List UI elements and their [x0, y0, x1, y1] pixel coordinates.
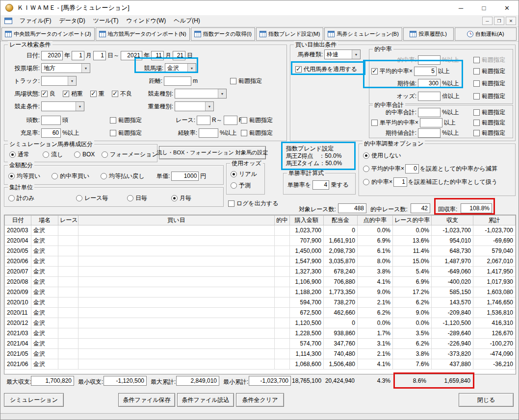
- sim-box-radio[interactable]: BOX: [74, 151, 95, 158]
- agg-month-radio[interactable]: 月毎: [171, 194, 191, 202]
- table-row[interactable]: 2020/05金沢1,450,0002,098,7306.1%11.4%648,…: [5, 246, 516, 256]
- table-row[interactable]: 2020/12金沢1,120,50000.0%0.0%-1,120,500416…: [5, 318, 516, 328]
- column-header[interactable]: 累計: [473, 216, 516, 225]
- title-bar[interactable]: ＫＩＷＡＭＥ - [馬券シミュレーション] ─ □ ✕: [0, 0, 519, 15]
- index-data-button[interactable]: 指数データの取得(I): [191, 27, 255, 41]
- table-row[interactable]: 2020/08金沢1,106,900706,8804.1%6.9%-400,02…: [5, 277, 516, 287]
- hit-rate-input[interactable]: [418, 55, 441, 65]
- menu-item-file[interactable]: ファイル(F): [16, 15, 55, 26]
- ticket-type-select[interactable]: 枠連: [324, 49, 361, 59]
- table-row[interactable]: 2021/06金沢1,068,6001,506,4804.1%7.6%437,8…: [5, 359, 516, 370]
- mdi-close-icon[interactable]: ✕: [506, 17, 516, 25]
- expected-total-input[interactable]: [418, 128, 441, 138]
- odds-input[interactable]: [418, 92, 441, 101]
- adjust-avg-input[interactable]: [405, 164, 419, 173]
- load-conditions-button[interactable]: 条件ファイル読込: [177, 393, 234, 407]
- column-header[interactable]: レース的中率: [393, 216, 432, 225]
- target-horse-settings-button[interactable]: 流し・BOX・フォーメーション 対象馬の設定: [159, 146, 266, 159]
- track-select[interactable]: [41, 76, 77, 86]
- race-condition-select[interactable]: [41, 101, 84, 111]
- hit-total-range-checkbox[interactable]: 範囲指定: [473, 108, 505, 117]
- table-row[interactable]: 2020/03金沢1,023,70000.0%0.0%-1,023,700-1,…: [5, 225, 516, 236]
- menu-item-data[interactable]: データ(D): [55, 15, 89, 26]
- ground-slightly-heavy-checkbox[interactable]: 稍重: [63, 90, 83, 98]
- sim-normal-radio[interactable]: 通常: [9, 150, 29, 159]
- hit-rate-range-checkbox[interactable]: 範囲指定: [473, 56, 505, 64]
- auto-run-button[interactable]: 自動運転(A): [455, 27, 517, 41]
- local-import-button[interactable]: 地方競馬データのインポート(N): [96, 27, 190, 41]
- maximize-icon[interactable]: □: [472, 0, 495, 15]
- odds-range-checkbox[interactable]: 範囲指定: [473, 92, 505, 100]
- race-from-input[interactable]: [197, 116, 210, 125]
- log-output-checkbox[interactable]: ログを出力する: [228, 199, 278, 208]
- sim-formation-radio[interactable]: フォーメーション: [102, 150, 158, 159]
- adjust-rate-radio[interactable]: 的中率×: [363, 178, 392, 186]
- expected-value-input[interactable]: [418, 79, 441, 88]
- single-avg-range-checkbox[interactable]: 範囲指定: [473, 119, 505, 127]
- weight-type-select[interactable]: [175, 101, 214, 111]
- race-to-input[interactable]: [224, 116, 237, 125]
- amount-hitrate-radio[interactable]: 的中率買い: [52, 172, 89, 180]
- ground-heavy-checkbox[interactable]: 重: [90, 90, 104, 98]
- sim-nagashi-radio[interactable]: 流し: [43, 150, 63, 159]
- odds-predict-radio[interactable]: 予測: [231, 181, 251, 190]
- distance-input[interactable]: [164, 76, 191, 86]
- heads-range-checkbox[interactable]: 範囲指定: [110, 116, 142, 124]
- agg-race-radio[interactable]: レース毎: [76, 194, 108, 202]
- date-to-year-input[interactable]: [121, 51, 142, 60]
- race-range-checkbox[interactable]: 範囲指定: [241, 116, 273, 124]
- odds-real-radio[interactable]: リアル: [231, 170, 257, 178]
- single-avg-hit-input[interactable]: [420, 118, 442, 127]
- close-dialog-button[interactable]: 閉じる: [459, 393, 514, 407]
- substitute-ticket-checkbox[interactable]: 代用馬券を適用する: [295, 65, 357, 74]
- adjust-avg-radio[interactable]: 平均的中率×: [363, 165, 404, 173]
- menu-item-tools[interactable]: ツール(T): [89, 15, 123, 26]
- clear-conditions-button[interactable]: 条件全クリア: [236, 393, 284, 407]
- fill-rate-input[interactable]: [41, 128, 61, 138]
- table-row[interactable]: 2020/04金沢707,9001,661,9106.9%13.6%954,01…: [5, 236, 516, 246]
- table-row[interactable]: 2020/10金沢594,700738,2702.1%6.2%143,5701,…: [5, 297, 516, 308]
- fill-range-checkbox[interactable]: 範囲指定: [110, 129, 142, 137]
- close-icon[interactable]: ✕: [495, 0, 519, 15]
- unit-price-input[interactable]: [171, 172, 199, 181]
- column-header[interactable]: 配当金: [324, 216, 358, 225]
- vote-history-button[interactable]: 投票履歴(L): [403, 27, 454, 41]
- table-row[interactable]: 2020/07金沢1,327,300678,2403.8%5.4%-649,06…: [5, 267, 516, 277]
- agg-total-radio[interactable]: 計のみ: [8, 194, 35, 202]
- place-select[interactable]: 地方: [41, 63, 90, 73]
- mdi-restore-icon[interactable]: ❐: [494, 17, 504, 25]
- simulation-tab-button[interactable]: 馬券シミュレーション(B): [324, 27, 402, 41]
- table-row[interactable]: 2020/09金沢1,188,2001,773,3509.0%17.2%585,…: [5, 287, 516, 297]
- menu-item-window[interactable]: ウィンドウ(W): [123, 15, 170, 26]
- race-type-select[interactable]: [175, 89, 227, 99]
- column-header[interactable]: 収支: [432, 216, 473, 225]
- avg-hit-range-checkbox[interactable]: 範囲指定: [473, 67, 505, 75]
- column-header[interactable]: 日付: [5, 216, 31, 225]
- simulate-button[interactable]: シミュレーション: [4, 393, 64, 407]
- column-header[interactable]: 購入金額: [290, 216, 324, 225]
- adjust-none-radio[interactable]: 使用しない: [363, 151, 401, 160]
- column-header[interactable]: 場名: [31, 216, 58, 225]
- experience-rate-input[interactable]: [199, 128, 218, 138]
- distance-range-checkbox[interactable]: 範囲指定: [230, 77, 262, 85]
- central-import-button[interactable]: 中央競馬データのインポート(J): [1, 27, 95, 41]
- save-conditions-button[interactable]: 条件ファイル保存: [118, 393, 175, 407]
- agg-day-radio[interactable]: 日毎: [127, 194, 147, 202]
- index-blend-button[interactable]: 指数ブレンド設定(M): [256, 27, 324, 41]
- amount-payback-radio[interactable]: 均等払い戻し: [101, 172, 145, 180]
- column-header[interactable]: 的中: [275, 216, 290, 225]
- single-avg-hit-checkbox[interactable]: 単平均的中率×: [371, 119, 418, 127]
- table-row[interactable]: 2021/03金沢1,228,500938,8601.7%3.5%-289,64…: [5, 328, 516, 339]
- date-from-year-input[interactable]: [41, 51, 63, 60]
- date-to-month-input[interactable]: [151, 51, 164, 60]
- table-row[interactable]: 2020/06金沢1,547,9003,035,8708.0%15.0%1,48…: [5, 256, 516, 267]
- experience-range-checkbox[interactable]: 範囲指定: [241, 129, 273, 137]
- amount-equal-radio[interactable]: 均等買い: [8, 172, 40, 180]
- course-select[interactable]: 金沢: [165, 63, 196, 73]
- avg-hit-rate-input[interactable]: [414, 67, 437, 76]
- date-to-day-input[interactable]: [173, 51, 185, 60]
- menu-item-help[interactable]: ヘルプ(H): [170, 15, 204, 26]
- ground-good-checkbox[interactable]: 良: [41, 90, 55, 98]
- column-header[interactable]: レース: [58, 216, 78, 225]
- column-header[interactable]: 買い目: [78, 216, 275, 225]
